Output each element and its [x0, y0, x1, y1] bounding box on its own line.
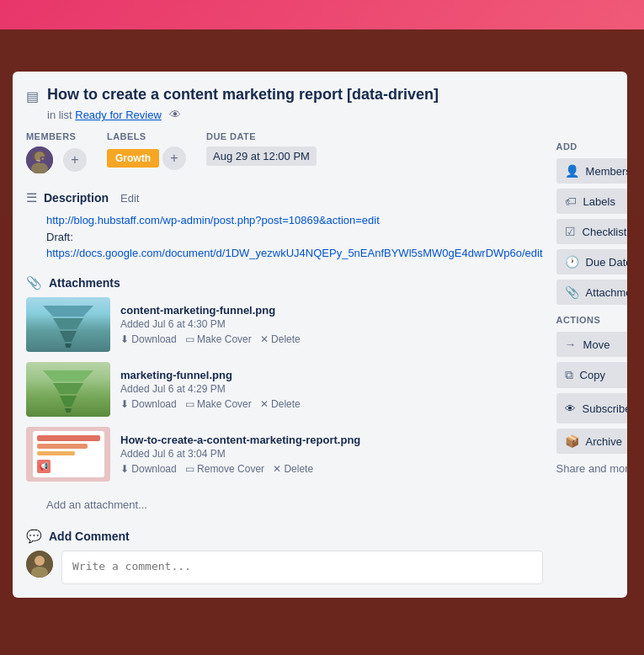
commenter-avatar [26, 551, 53, 578]
due-date-section: Due Date Aug 29 at 12:00 PM [206, 131, 317, 166]
checklist-btn-label: Checklist [583, 226, 627, 238]
svg-marker-9 [53, 383, 83, 394]
due-date-badge[interactable]: Aug 29 at 12:00 PM [206, 146, 317, 166]
svg-marker-8 [43, 370, 93, 381]
description-icon: ☰ [26, 190, 37, 205]
attachment-name-3: How-to-create-a-content-marketing-report… [120, 434, 543, 446]
modal-sidebar: Add 👤 Members 🏷 Labels ☑ Checklist 🕐 Due… [556, 131, 627, 584]
report-icon: 📢 [37, 460, 51, 473]
modal-header: ▤ How to create a content marketing repo… [26, 85, 614, 121]
attachment-item: 📢 How-to-create-a-content-marketing-repo… [26, 427, 543, 482]
description-link1[interactable]: http://blog.hubstaff.com/wp-admin/post.p… [46, 214, 380, 226]
svg-marker-10 [60, 396, 77, 407]
svg-point-13 [35, 556, 45, 566]
checklist-button[interactable]: ☑ Checklist [556, 219, 627, 244]
attachments-icon: 📎 [26, 275, 42, 290]
share-more-area: Share and more... [556, 461, 627, 476]
attachment-btn-icon: 📎 [565, 285, 579, 299]
members-row: RC + [26, 146, 87, 173]
copy-btn-label: Copy [580, 369, 605, 381]
download-link-2[interactable]: ⬇ Download [120, 398, 177, 410]
watch-icon[interactable]: 👁 [169, 108, 181, 121]
make-cover-link-2[interactable]: ▭ Make Cover [185, 398, 252, 410]
delete-link-1[interactable]: ✕ Delete [260, 333, 301, 345]
meta-row: Members RC + [26, 131, 543, 173]
svg-marker-4 [43, 306, 93, 317]
card-title: How to create a content marketing report… [47, 85, 614, 104]
members-section: Members RC + [26, 131, 87, 173]
actions-section-title: Actions [556, 315, 627, 325]
add-section-title: Add [556, 141, 627, 152]
attachment-actions-3: ⬇ Download ▭ Remove Cover ✕ Delete [120, 463, 543, 475]
description-header: ☰ Description Edit [26, 190, 543, 205]
attachment-item: marketing-funnel.png Added Jul 6 at 4:29… [26, 362, 543, 417]
comment-input[interactable] [61, 551, 543, 584]
subscribe-button[interactable]: 👁 Subscribe ✓ [556, 393, 627, 423]
labels-section: Labels Growth + [107, 131, 186, 170]
make-cover-link-1[interactable]: ▭ Make Cover [185, 333, 252, 345]
card-subtitle: in list Ready for Review 👁 [47, 108, 614, 121]
members-btn-label: Members [586, 165, 627, 178]
comment-header: 💬 Add Comment [26, 529, 543, 544]
member-initials: RC [33, 146, 60, 173]
attachment-btn-label: Attachment [586, 286, 627, 299]
due-date-btn-icon: 🕐 [565, 255, 579, 269]
svg-marker-6 [60, 331, 77, 342]
remove-cover-link-3[interactable]: ▭ Remove Cover [185, 463, 264, 475]
report-bar [37, 435, 100, 441]
attachments-section: 📎 Attachments [26, 275, 543, 512]
description-content: http://blog.hubstaff.com/wp-admin/post.p… [46, 212, 543, 262]
attachment-actions-2: ⬇ Download ▭ Make Cover ✕ Delete [120, 398, 543, 410]
description-link2[interactable]: https://docs.google.com/document/d/1DW_y… [46, 247, 543, 259]
subscribe-btn-label: Subscribe [583, 402, 627, 415]
attachment-name-1: content-marketing-funnel.png [120, 304, 543, 317]
modal-title-area: How to create a content marketing report… [47, 85, 614, 121]
archive-button[interactable]: 📦 Archive [556, 429, 627, 454]
card-icon: ▤ [26, 88, 39, 104]
share-more-link[interactable]: Share and more... [556, 462, 627, 475]
add-attachment-link[interactable]: Add an attachment... [46, 498, 147, 511]
attachment-name-2: marketing-funnel.png [120, 369, 543, 381]
report-bar [37, 451, 75, 455]
members-button[interactable]: 👤 Members [556, 158, 627, 184]
checklist-btn-icon: ☑ [565, 225, 576, 238]
members-label: Members [26, 131, 87, 141]
svg-marker-11 [65, 408, 72, 413]
comment-icon: 💬 [26, 529, 42, 544]
attachment-actions-1: ⬇ Download ▭ Make Cover ✕ Delete [120, 333, 543, 345]
list-name-link[interactable]: Ready for Review [75, 109, 162, 121]
download-link-3[interactable]: ⬇ Download [120, 463, 177, 475]
attachment-info-1: content-marketing-funnel.png Added Jul 6… [120, 304, 543, 345]
comment-title: Add Comment [49, 530, 130, 543]
edit-link[interactable]: Edit [120, 192, 139, 205]
growth-label-badge[interactable]: Growth [107, 149, 159, 168]
download-link-1[interactable]: ⬇ Download [120, 333, 177, 345]
copy-button[interactable]: ⧉ Copy [556, 362, 627, 388]
copy-btn-icon: ⧉ [565, 368, 573, 382]
add-label-button[interactable]: + [162, 146, 186, 170]
attachment-meta-3: Added Jul 6 at 3:04 PM [120, 448, 543, 460]
attachment-meta-1: Added Jul 6 at 4:30 PM [120, 318, 543, 330]
add-member-button[interactable]: + [63, 148, 87, 172]
svg-marker-5 [53, 318, 83, 329]
delete-link-2[interactable]: ✕ Delete [260, 398, 301, 410]
due-date-label: Due Date [206, 131, 317, 141]
attachment-thumb-1 [26, 297, 110, 352]
archive-btn-icon: 📦 [565, 434, 579, 448]
modal-overlay: ▤ How to create a content marketing repo… [0, 29, 644, 655]
labels-button[interactable]: 🏷 Labels [556, 189, 627, 214]
labels-btn-label: Labels [583, 195, 615, 208]
move-button[interactable]: → Move [556, 332, 627, 357]
draft-label: Draft: [46, 231, 73, 243]
due-date-button[interactable]: 🕐 Due Date [556, 249, 627, 274]
attachments-header: 📎 Attachments [26, 275, 543, 290]
attachment-item: content-marketing-funnel.png Added Jul 6… [26, 297, 543, 352]
labels-label: Labels [107, 131, 186, 141]
card-modal: ▤ How to create a content marketing repo… [13, 72, 627, 598]
attachments-title: Attachments [49, 276, 120, 290]
attachment-button[interactable]: 📎 Attachment [556, 280, 627, 305]
comment-row [26, 551, 543, 584]
attachment-thumb-3: 📢 [26, 427, 110, 482]
description-title: Description [44, 191, 109, 205]
delete-link-3[interactable]: ✕ Delete [273, 463, 313, 475]
